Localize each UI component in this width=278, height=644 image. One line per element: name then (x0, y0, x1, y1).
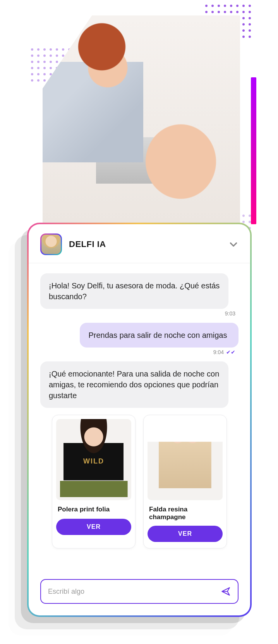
product-title: Polera print folia (58, 506, 130, 514)
message-input[interactable] (48, 588, 221, 596)
product-card[interactable]: Falda resina champagne VER (143, 415, 227, 549)
message-input-bar[interactable] (40, 579, 239, 604)
messages-list: ¡Hola! Soy Delfi, tu asesora de moda. ¿Q… (29, 263, 250, 570)
view-product-button[interactable]: VER (148, 526, 223, 542)
message-user: Prendas para salir de noche con amigas (80, 323, 239, 348)
avatar (40, 233, 62, 255)
message-bot: ¡Hola! Soy Delfi, tu asesora de moda. ¿Q… (40, 273, 228, 309)
hero-photo (43, 15, 240, 224)
product-title: Falda resina champagne (149, 506, 221, 521)
send-icon[interactable] (221, 586, 231, 596)
message-timestamp: 9:04 ✔✔ (43, 349, 235, 355)
product-image (148, 419, 223, 500)
message-bot: ¡Qué emocionante! Para una salida de noc… (40, 361, 228, 408)
chat-header: DELFI IA (29, 224, 250, 263)
chat-widget: DELFI IA ¡Hola! Soy Delfi, tu asesora de… (27, 223, 252, 617)
timestamp-text: 9:03 (225, 310, 235, 317)
chevron-down-icon[interactable] (228, 239, 239, 249)
read-checks-icon: ✔✔ (226, 349, 235, 355)
timestamp-text: 9:04 (213, 349, 224, 355)
product-card[interactable]: Polera print folia VER (52, 415, 136, 549)
product-recommendations: Polera print folia VER Falda resina cham… (40, 415, 239, 549)
chat-title: DELFI IA (69, 239, 221, 249)
decorative-gradient-bar (251, 77, 256, 224)
product-image (56, 419, 131, 500)
message-timestamp: 9:03 (43, 310, 235, 317)
view-product-button[interactable]: VER (56, 519, 131, 535)
